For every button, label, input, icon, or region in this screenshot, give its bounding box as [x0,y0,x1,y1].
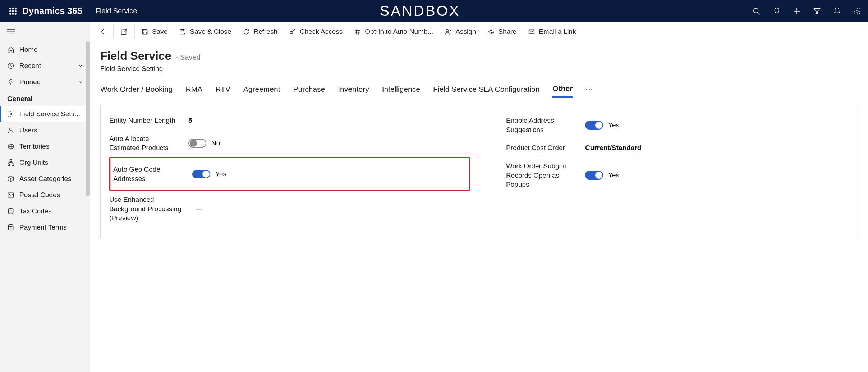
svg-point-34 [290,31,293,34]
search-icon[interactable] [752,6,762,16]
svg-rect-31 [143,29,146,31]
sidebar-item-postal-codes[interactable]: Postal Codes [0,187,90,203]
sidebar-item-field-service-settings[interactable]: Field Service Setti... [0,106,90,122]
tab-rtv[interactable]: RTV [215,85,230,97]
cmd-label: Share [498,28,516,36]
toggle-auto-allocate[interactable] [188,139,206,148]
field-wo-subgrid-popups[interactable]: Work Order Subgrid Records Open as Popup… [506,157,849,194]
app-header: Dynamics 365 Field Service SANDBOX [0,0,868,22]
record-title: Field Service [100,49,171,62]
scrollbar[interactable] [86,41,90,196]
field-label: Work Order Subgrid Records Open as Popup… [506,162,578,189]
bell-icon[interactable] [832,6,842,16]
app-launcher-icon[interactable] [6,4,20,18]
cmd-label: Email a Link [539,28,576,36]
sidebar-item-recent[interactable]: Recent [0,58,90,74]
globe-icon [7,143,14,150]
svg-point-28 [8,208,13,210]
sidebar-item-label: Org Units [19,159,90,167]
sidebar-item-label: Postal Codes [19,191,90,199]
sidebar-item-payment-terms[interactable]: Payment Terms [0,219,90,235]
sidebar-item-org-units[interactable]: Org Units [0,154,90,171]
svg-line-10 [758,12,760,14]
assign-icon [445,28,452,35]
filter-icon[interactable] [812,6,822,16]
toggle-label: No [211,139,220,147]
open-new-window-button[interactable] [114,22,134,41]
field-label: Enable Address Suggestions [506,116,578,134]
tab-other[interactable]: Other [552,84,573,98]
chevron-down-icon [78,79,83,85]
form-section: Entity Number Length 5 Auto Allocate Est… [100,105,858,238]
save-close-button[interactable]: Save & Close [173,22,237,41]
field-auto-allocate[interactable]: Auto Allocate Estimated Products No [109,130,470,157]
share-icon [487,28,495,35]
org-icon [7,159,14,166]
sidebar-item-pinned[interactable]: Pinned [0,74,90,90]
svg-point-39 [446,29,449,32]
toggle-address-suggestions[interactable] [585,121,603,130]
sidebar-item-label: Users [19,126,90,134]
content-area: Save Save & Close Refresh Check Access O… [90,22,868,372]
sidebar-item-tax-codes[interactable]: Tax Codes [0,203,90,219]
hamburger-icon[interactable] [0,22,90,41]
field-label: Auto Geo Code Addresses [113,165,185,183]
cmd-label: Refresh [253,28,277,36]
clock-icon [7,62,14,69]
gear-icon [7,110,14,118]
tab-intelligence[interactable]: Intelligence [382,85,420,97]
sidebar-item-territories[interactable]: Territories [0,138,90,154]
sidebar-item-label: Tax Codes [19,207,90,215]
save-button[interactable]: Save [136,22,173,41]
svg-rect-24 [10,159,12,161]
area-label[interactable]: Field Service [96,7,137,15]
toggle-label: Yes [215,170,226,178]
back-button[interactable] [93,22,112,41]
divider [89,6,89,16]
cmd-label: Save & Close [190,28,231,36]
field-enhanced-bg[interactable]: Use Enhanced Background Processing (Prev… [109,191,470,227]
command-bar: Save Save & Close Refresh Check Access O… [90,22,868,41]
assign-button[interactable]: Assign [439,22,482,41]
sidebar-item-asset-categories[interactable]: Asset Categories [0,171,90,187]
toggle-label: Yes [608,121,619,129]
sidebar-group-header: General [0,90,90,106]
tab-sla-config[interactable]: Field Service SLA Configuration [433,85,540,97]
field-auto-geocode[interactable]: Auto Geo Code Addresses Yes [109,157,470,191]
tab-inventory[interactable]: Inventory [338,85,369,97]
brand-label[interactable]: Dynamics 365 [22,6,82,16]
key-icon [289,28,296,35]
svg-point-21 [10,113,12,115]
tab-work-order[interactable]: Work Order / Booking [100,85,173,97]
svg-rect-40 [529,30,534,34]
environment-label: SANDBOX [380,3,460,19]
field-product-cost-order[interactable]: Product Cost Order Current/Standard [506,139,849,157]
record-header: Field Service - Saved Field Service Sett… [90,41,868,76]
field-entity-number-length[interactable]: Entity Number Length 5 [109,112,470,130]
tab-rma[interactable]: RMA [186,85,203,97]
lightbulb-icon[interactable] [772,6,782,16]
gear-icon[interactable] [852,6,862,16]
refresh-button[interactable]: Refresh [237,22,283,41]
auto-number-button[interactable]: Opt-In to Auto-Numb... [348,22,439,41]
sidebar-item-home[interactable]: Home [0,41,90,58]
stack-icon [7,224,14,231]
check-access-button[interactable]: Check Access [283,22,348,41]
sidebar-item-users[interactable]: Users [0,122,90,138]
svg-point-3 [10,10,11,12]
cmd-label: Opt-In to Auto-Numb... [365,28,433,36]
svg-rect-27 [8,193,14,197]
svg-point-22 [10,128,12,130]
svg-line-37 [356,29,357,34]
share-button[interactable]: Share [482,22,522,41]
tab-purchase[interactable]: Purchase [293,85,325,97]
field-address-suggestions[interactable]: Enable Address Suggestions Yes [506,112,849,139]
tab-overflow[interactable]: ⋯ [585,85,593,97]
email-link-button[interactable]: Email a Link [522,22,582,41]
sidebar: Home Recent Pinned General Field Service… [0,22,90,372]
toggle-auto-geocode[interactable] [192,170,210,178]
svg-point-0 [10,8,11,9]
tab-agreement[interactable]: Agreement [243,85,280,97]
toggle-wo-subgrid[interactable] [585,171,603,180]
add-icon[interactable] [792,6,802,16]
